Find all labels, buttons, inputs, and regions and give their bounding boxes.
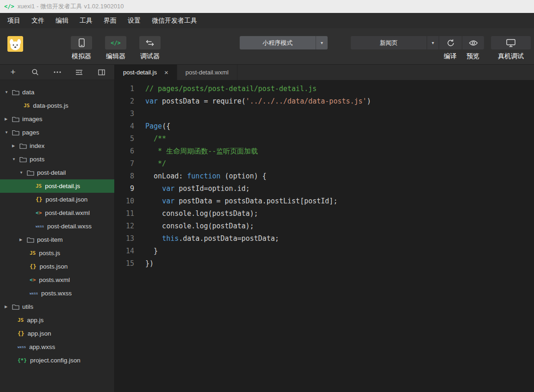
line-number[interactable]: 5 bbox=[115, 133, 145, 145]
json-file-icon: {} bbox=[30, 263, 36, 270]
tree-file-posts.wxss[interactable]: wxssposts.wxss bbox=[0, 287, 114, 300]
line-number[interactable]: 7 bbox=[115, 158, 145, 170]
collapse-all-icon[interactable] bbox=[74, 67, 84, 77]
tree-file-post-detail.wxss[interactable]: wxsspost-detail.wxss bbox=[0, 220, 114, 233]
line-number[interactable]: 3 bbox=[115, 108, 145, 120]
tab-post-detail.js[interactable]: post-detail.js× bbox=[115, 65, 177, 80]
file-label: utils bbox=[22, 303, 33, 310]
split-editor-icon[interactable] bbox=[96, 67, 106, 77]
chevron-right-icon[interactable]: ▶ bbox=[12, 144, 19, 148]
code-line-3[interactable]: 3 bbox=[115, 108, 534, 120]
line-number[interactable]: 6 bbox=[115, 145, 145, 158]
code-line-9[interactable]: 9 var postId=option.id; bbox=[115, 183, 534, 195]
menu-item-5[interactable]: 界面 bbox=[98, 13, 122, 28]
code-line-13[interactable]: 13 this.data.postData=postData; bbox=[115, 233, 534, 245]
tab-label: post-detail.wxml bbox=[186, 69, 229, 76]
debugger-button[interactable]: 调试器 bbox=[138, 36, 162, 61]
main-area: + ▼dataJSdata-posts.js▶images▼pages▶inde… bbox=[0, 65, 534, 392]
chevron-right-icon[interactable]: ▶ bbox=[5, 305, 12, 309]
menu-item-1[interactable]: 项目 bbox=[2, 13, 26, 28]
tree-folder-utils[interactable]: ▶utils bbox=[0, 300, 114, 313]
more-options-icon[interactable] bbox=[52, 67, 62, 77]
tree-file-project.config.json[interactable]: {*}project.config.json bbox=[0, 354, 114, 367]
menu-item-4[interactable]: 工具 bbox=[74, 13, 98, 28]
line-content: this.data.postData=postData; bbox=[145, 233, 279, 245]
line-number[interactable]: 2 bbox=[115, 95, 145, 108]
tree-file-app.js[interactable]: JSapp.js bbox=[0, 313, 114, 327]
tree-folder-post-item[interactable]: ▶post-item bbox=[0, 233, 114, 246]
code-line-4[interactable]: 4Page({ bbox=[115, 120, 534, 133]
code-line-1[interactable]: 1// pages/posts/post-detail/post-detail.… bbox=[115, 83, 534, 95]
code-line-12[interactable]: 12 console.log(postData); bbox=[115, 220, 534, 233]
code-line-2[interactable]: 2var postsData = require('../../../data/… bbox=[115, 95, 534, 108]
code-line-7[interactable]: 7 */ bbox=[115, 158, 534, 170]
chevron-down-icon[interactable]: ▼ bbox=[19, 171, 27, 175]
build-group: 新闻页 ▾ 编译 预览 bbox=[351, 36, 484, 61]
editor-icon: </> bbox=[105, 36, 126, 49]
compile-button[interactable] bbox=[439, 36, 462, 49]
chevron-down-icon[interactable]: ▼ bbox=[5, 90, 12, 94]
menu-item-3[interactable]: 编辑 bbox=[50, 13, 74, 28]
remote-debug-button[interactable]: 真机调试 bbox=[491, 36, 531, 61]
line-number[interactable]: 1 bbox=[115, 83, 145, 95]
chevron-down-icon[interactable]: ▼ bbox=[5, 130, 12, 135]
js-file-icon: JS bbox=[30, 250, 36, 256]
menu-item-7[interactable]: 微信开发者工具 bbox=[146, 13, 203, 28]
tree-file-data-posts.js[interactable]: JSdata-posts.js bbox=[0, 99, 114, 112]
tree-file-app.wxss[interactable]: wxssapp.wxss bbox=[0, 340, 114, 354]
line-number[interactable]: 12 bbox=[115, 220, 145, 233]
code-line-5[interactable]: 5 /** bbox=[115, 133, 534, 145]
search-icon[interactable] bbox=[30, 67, 40, 77]
tree-file-post-detail.js[interactable]: JSpost-detail.js bbox=[0, 179, 114, 193]
menu-item-2[interactable]: 文件 bbox=[26, 13, 50, 28]
tab-post-detail.wxml[interactable]: post-detail.wxml bbox=[177, 65, 237, 80]
line-number[interactable]: 13 bbox=[115, 233, 145, 245]
code-line-6[interactable]: 6 * 生命周期函数--监听页面加载 bbox=[115, 145, 534, 158]
tree-file-post-detail.wxml[interactable]: <>post-detail.wxml bbox=[0, 206, 114, 220]
tree-folder-post-detail[interactable]: ▼post-detail bbox=[0, 166, 114, 179]
wxml-file-icon: <> bbox=[36, 210, 42, 216]
line-number[interactable]: 4 bbox=[115, 120, 145, 133]
line-number[interactable]: 8 bbox=[115, 170, 145, 183]
dog-avatar-image bbox=[7, 36, 23, 52]
tree-folder-pages[interactable]: ▼pages bbox=[0, 126, 114, 139]
tree-file-posts.wxml[interactable]: <>posts.wxml bbox=[0, 273, 114, 287]
chevron-right-icon[interactable]: ▶ bbox=[5, 117, 12, 121]
tree-folder-images[interactable]: ▶images bbox=[0, 112, 114, 126]
menubar: 项目文件编辑工具界面设置微信开发者工具 bbox=[0, 13, 534, 28]
simulator-button[interactable]: 模拟器 bbox=[69, 36, 93, 61]
code-line-14[interactable]: 14 } bbox=[115, 245, 534, 257]
page-dropdown[interactable]: 新闻页 ▾ bbox=[351, 36, 439, 49]
folder-icon bbox=[12, 89, 22, 95]
file-label: data bbox=[22, 89, 34, 96]
tree-file-posts.json[interactable]: {}posts.json bbox=[0, 260, 114, 273]
code-line-11[interactable]: 11 console.log(postsData); bbox=[115, 208, 534, 220]
preview-button[interactable] bbox=[462, 36, 484, 49]
line-number[interactable]: 11 bbox=[115, 208, 145, 220]
menu-item-6[interactable]: 设置 bbox=[122, 13, 146, 28]
new-file-icon[interactable]: + bbox=[8, 67, 18, 77]
editor-panel: post-detail.js×post-detail.wxml 1// page… bbox=[115, 65, 534, 392]
close-tab-icon[interactable]: × bbox=[164, 69, 168, 76]
tree-file-post-detail.json[interactable]: {}post-detail.json bbox=[0, 193, 114, 206]
code-area[interactable]: 1// pages/posts/post-detail/post-detail.… bbox=[115, 80, 534, 392]
tree-folder-posts[interactable]: ▼posts bbox=[0, 153, 114, 166]
mode-dropdown[interactable]: 小程序模式 ▾ bbox=[240, 36, 328, 49]
tree-file-app.json[interactable]: {}app.json bbox=[0, 327, 114, 340]
line-number[interactable]: 14 bbox=[115, 245, 145, 257]
tree-folder-data[interactable]: ▼data bbox=[0, 86, 114, 99]
chevron-right-icon[interactable]: ▶ bbox=[19, 238, 27, 242]
chevron-down-icon[interactable]: ▼ bbox=[12, 157, 19, 161]
tree-file-posts.js[interactable]: JSposts.js bbox=[0, 246, 114, 260]
code-line-10[interactable]: 10 var postData = postsData.postList[pos… bbox=[115, 195, 534, 208]
titlebar: </> xuexi1 - 微信开发者工具 v1.02.1902010 bbox=[0, 0, 534, 13]
line-number[interactable]: 10 bbox=[115, 195, 145, 208]
code-line-8[interactable]: 8 onLoad: function (option) { bbox=[115, 170, 534, 183]
line-number[interactable]: 9 bbox=[115, 183, 145, 195]
code-line-15[interactable]: 15}) bbox=[115, 257, 534, 270]
line-number[interactable]: 15 bbox=[115, 257, 145, 270]
file-label: app.json bbox=[27, 330, 51, 337]
tree-folder-index[interactable]: ▶index bbox=[0, 139, 114, 153]
editor-button[interactable]: </> 编辑器 bbox=[104, 36, 128, 61]
avatar[interactable] bbox=[7, 36, 23, 52]
